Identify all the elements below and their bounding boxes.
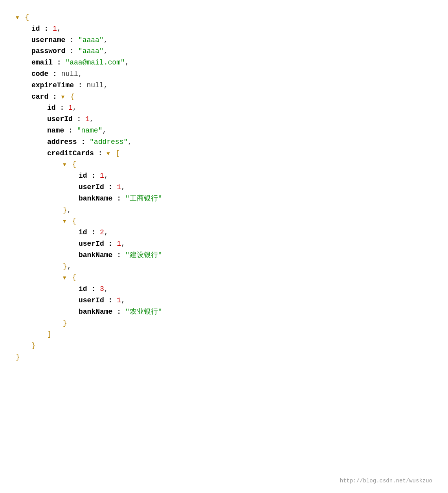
collapse-arrow-icon[interactable]: ▼ (16, 13, 19, 22)
json-key: id (31, 23, 40, 35)
json-key: code (31, 68, 48, 80)
collapse-arrow-icon[interactable]: ▼ (63, 160, 66, 169)
json-value-string: "工商银行" (125, 193, 162, 204)
json-punctuation: , (104, 227, 108, 238)
json-value-null: null (61, 68, 78, 80)
json-key: bankName (79, 250, 112, 261)
json-bracket: [ (112, 148, 120, 159)
json-value-number: 1 (100, 170, 104, 182)
json-line: }, (16, 204, 432, 216)
json-key: id (47, 102, 56, 114)
json-line: ▼ { (16, 215, 432, 227)
json-colon: : (65, 46, 78, 57)
json-key: password (31, 46, 65, 57)
json-line: password : "aaaa", (16, 46, 432, 57)
json-punctuation: , (104, 35, 108, 46)
json-colon: : (112, 193, 125, 204)
json-value-number: 1 (117, 182, 121, 193)
json-key: address (47, 136, 77, 148)
json-punctuation: , (104, 170, 108, 182)
json-line: code : null, (16, 68, 432, 80)
json-colon: : (56, 102, 68, 114)
json-value-string: "农业银行" (125, 306, 162, 318)
json-line: username : "aaaa", (16, 35, 432, 46)
json-key: userId (47, 114, 73, 125)
json-key: email (31, 57, 53, 68)
json-colon: : (77, 136, 90, 148)
json-line: ▼ { (16, 12, 432, 23)
json-line: id : 2, (16, 227, 432, 238)
json-line: } (16, 318, 432, 329)
json-value-string: "aaaa" (78, 46, 104, 57)
collapse-arrow-icon[interactable]: ▼ (63, 217, 66, 226)
json-punctuation: , (67, 261, 72, 272)
json-line: bankName : "工商银行" (16, 193, 432, 204)
json-brace: { (68, 159, 76, 170)
json-key: creditCards (47, 148, 94, 159)
json-colon: : (87, 283, 100, 295)
json-punctuation: , (121, 238, 125, 250)
json-value-string: "name" (77, 125, 103, 136)
json-value-string: "建设银行" (125, 250, 162, 261)
json-value-number: 1 (68, 102, 73, 114)
json-colon: : (87, 170, 100, 182)
json-viewer: ▼ {id : 1,username : "aaaa",password : "… (16, 8, 432, 363)
json-line: id : 1, (16, 23, 432, 35)
json-punctuation: , (121, 182, 125, 193)
json-value-string: "aaaa" (78, 35, 104, 46)
json-punctuation: , (73, 102, 77, 114)
json-key: name (47, 125, 64, 136)
json-value-string: "address" (90, 136, 128, 148)
json-colon: : (94, 148, 106, 159)
json-colon: : (65, 35, 78, 46)
json-line: id : 1, (16, 170, 432, 182)
json-key: expireTime (31, 80, 74, 91)
json-brace: } (63, 318, 67, 329)
json-line: } (16, 340, 432, 351)
json-line: userId : 1, (16, 295, 432, 306)
json-punctuation: , (78, 68, 83, 80)
footer-url: http://blog.csdn.net/wuskzuo (340, 476, 432, 485)
json-key: userId (79, 182, 104, 193)
json-line: bankName : "建设银行" (16, 250, 432, 261)
collapse-arrow-icon[interactable]: ▼ (61, 93, 64, 101)
json-punctuation: , (104, 283, 108, 295)
json-brace: { (68, 215, 76, 227)
json-line: ▼ { (16, 159, 432, 170)
json-value-null: null (86, 80, 103, 91)
collapse-arrow-icon[interactable]: ▼ (106, 149, 110, 158)
json-brace: } (16, 351, 20, 363)
json-value-number: 3 (100, 283, 104, 295)
json-key: bankName (79, 306, 112, 318)
json-line: userId : 1, (16, 182, 432, 193)
json-colon: : (53, 57, 65, 68)
json-line: id : 1, (16, 102, 432, 114)
json-key: id (79, 170, 87, 182)
json-line: expireTime : null, (16, 80, 432, 91)
collapse-arrow-icon[interactable]: ▼ (63, 274, 66, 282)
json-line: ▼ { (16, 272, 432, 283)
json-value-number: 2 (100, 227, 104, 238)
json-brace: { (20, 12, 29, 23)
json-brace: } (31, 340, 36, 351)
json-colon: : (87, 227, 100, 238)
json-key: bankName (79, 193, 112, 204)
json-colon: : (73, 114, 85, 125)
json-line: }, (16, 261, 432, 272)
json-line: creditCards : ▼ [ (16, 148, 432, 159)
json-value-number: 1 (85, 114, 90, 125)
json-key: id (79, 283, 87, 295)
json-colon: : (48, 68, 61, 80)
json-key: username (31, 35, 65, 46)
json-brace: } (63, 204, 67, 216)
json-key: userId (79, 238, 104, 250)
json-line: } (16, 351, 432, 363)
json-brace: } (63, 261, 67, 272)
json-colon: : (112, 250, 125, 261)
json-brace: { (68, 272, 76, 283)
json-line: name : "name", (16, 125, 432, 136)
json-punctuation: , (102, 125, 106, 136)
json-punctuation: , (90, 114, 94, 125)
json-key: card (31, 91, 48, 103)
json-punctuation: , (125, 57, 129, 68)
